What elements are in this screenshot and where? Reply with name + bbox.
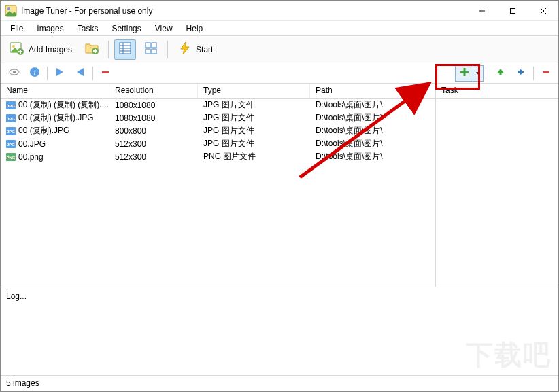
toolbar-separator bbox=[108, 41, 109, 58]
menu-file[interactable]: File bbox=[3, 22, 30, 35]
svg-point-24 bbox=[13, 71, 16, 73]
svg-text:PNG: PNG bbox=[6, 156, 15, 160]
lightning-icon bbox=[178, 41, 192, 57]
status-text: 5 images bbox=[6, 378, 39, 388]
cell-type: JPG 图片文件 bbox=[198, 99, 310, 111]
arrow-right-icon bbox=[516, 67, 526, 79]
content-area: Name Resolution Type Path JPG00 (复制) (复制… bbox=[1, 84, 558, 287]
close-button[interactable] bbox=[528, 1, 558, 20]
column-header-task[interactable]: Task bbox=[436, 84, 558, 99]
cell-type: JPG 图片文件 bbox=[198, 138, 310, 149]
svg-rect-27 bbox=[102, 71, 109, 73]
svg-text:i: i bbox=[33, 68, 35, 76]
cell-name: PNG00.png bbox=[1, 152, 109, 162]
cell-path: D:\tools\桌面\图片\ bbox=[310, 138, 435, 149]
svg-text:JPG: JPG bbox=[7, 130, 15, 134]
add-images-icon bbox=[10, 41, 24, 58]
arrow-up-icon bbox=[496, 67, 505, 79]
plus-icon bbox=[460, 67, 469, 79]
table-row[interactable]: JPG00 (复制) (复制) (复制)....1080x1080JPG 图片文… bbox=[1, 99, 435, 111]
rotate-left-icon bbox=[54, 67, 65, 79]
info-icon: i bbox=[29, 67, 40, 79]
svg-rect-30 bbox=[500, 73, 502, 75]
svg-rect-19 bbox=[146, 43, 150, 48]
menu-help[interactable]: Help bbox=[180, 22, 210, 35]
cell-path: D:\tools\桌面\图片\ bbox=[310, 151, 435, 162]
cell-resolution: 512x300 bbox=[109, 139, 198, 149]
cell-resolution: 1080x1080 bbox=[109, 101, 198, 110]
maximize-button[interactable] bbox=[497, 1, 528, 20]
column-header-path[interactable]: Path bbox=[310, 84, 435, 98]
svg-rect-20 bbox=[152, 43, 156, 48]
rotate-left-button[interactable] bbox=[52, 66, 68, 81]
secondary-toolbar: i bbox=[1, 63, 558, 84]
app-icon bbox=[5, 5, 17, 17]
svg-text:JPG: JPG bbox=[7, 143, 15, 147]
view-details-button[interactable] bbox=[114, 39, 136, 60]
cell-type: JPG 图片文件 bbox=[198, 125, 310, 137]
add-task-main[interactable] bbox=[456, 66, 473, 81]
main-toolbar: Add Images Start bbox=[1, 36, 558, 63]
cell-type: PNG 图片文件 bbox=[198, 151, 310, 162]
cell-name: JPG00 (复制) (复制) (复制).... bbox=[1, 99, 109, 111]
remove-task-button[interactable] bbox=[538, 66, 554, 81]
menu-settings[interactable]: Settings bbox=[105, 22, 148, 35]
folder-add-icon bbox=[84, 41, 99, 58]
list-view-icon bbox=[118, 41, 132, 57]
add-images-button[interactable]: Add Images bbox=[5, 39, 77, 60]
chevron-down-icon bbox=[475, 69, 481, 78]
table-row[interactable]: PNG00.png512x300PNG 图片文件D:\tools\桌面\图片\ bbox=[1, 150, 435, 163]
svg-point-1 bbox=[7, 7, 10, 10]
view-thumbnails-button[interactable] bbox=[140, 39, 162, 60]
log-label: Log... bbox=[6, 291, 27, 301]
minimize-button[interactable] bbox=[467, 1, 497, 20]
log-panel: Log... bbox=[1, 287, 558, 375]
status-bar: 5 images bbox=[1, 375, 558, 390]
menu-bar: File Images Tasks Settings View Help bbox=[1, 21, 558, 36]
start-label: Start bbox=[196, 45, 213, 54]
cell-resolution: 1080x1080 bbox=[109, 113, 198, 123]
task-panel: Task bbox=[436, 84, 558, 287]
add-folder-button[interactable] bbox=[81, 39, 103, 60]
svg-text:JPG: JPG bbox=[7, 104, 15, 108]
add-task-button[interactable] bbox=[455, 65, 484, 82]
cell-resolution: 512x300 bbox=[109, 152, 198, 162]
cell-path: D:\tools\桌面\图片\ bbox=[310, 112, 435, 124]
menu-tasks[interactable]: Tasks bbox=[71, 22, 105, 35]
toolbar-separator bbox=[488, 67, 488, 80]
cell-name: JPG00 (复制) (复制).JPG bbox=[1, 112, 109, 124]
column-header-name[interactable]: Name bbox=[1, 84, 109, 98]
svg-point-7 bbox=[12, 45, 15, 48]
cell-name: JPG00.JPG bbox=[1, 139, 109, 149]
minus-icon bbox=[541, 67, 551, 79]
column-headers: Name Resolution Type Path bbox=[1, 84, 435, 99]
svg-text:JPG: JPG bbox=[7, 117, 15, 121]
svg-rect-29 bbox=[460, 71, 469, 73]
table-row[interactable]: JPG00 (复制) (复制).JPG1080x1080JPG 图片文件D:\t… bbox=[1, 111, 435, 124]
add-task-dropdown[interactable] bbox=[473, 66, 483, 81]
table-row[interactable]: JPG00 (复制).JPG800x800JPG 图片文件D:\tools\桌面… bbox=[1, 124, 435, 137]
column-header-type[interactable]: Type bbox=[198, 84, 310, 98]
toolbar-separator bbox=[47, 67, 48, 80]
svg-rect-21 bbox=[146, 49, 150, 54]
task-down-button[interactable] bbox=[513, 66, 529, 81]
window-controls bbox=[467, 1, 558, 20]
image-list-body[interactable]: JPG00 (复制) (复制) (复制)....1080x1080JPG 图片文… bbox=[1, 99, 435, 287]
toolbar-separator bbox=[533, 67, 534, 80]
cell-type: JPG 图片文件 bbox=[198, 112, 310, 124]
menu-images[interactable]: Images bbox=[30, 22, 70, 35]
menu-view[interactable]: View bbox=[148, 22, 180, 35]
remove-image-button[interactable] bbox=[97, 66, 114, 81]
task-list-body[interactable] bbox=[436, 99, 558, 287]
column-header-resolution[interactable]: Resolution bbox=[109, 84, 198, 98]
rotate-right-button[interactable] bbox=[72, 66, 88, 81]
table-row[interactable]: JPG00.JPG512x300JPG 图片文件D:\tools\桌面\图片\ bbox=[1, 137, 435, 150]
grid-view-icon bbox=[144, 41, 158, 57]
toolbar-separator bbox=[92, 67, 93, 80]
task-up-button[interactable] bbox=[492, 66, 509, 81]
cell-path: D:\tools\桌面\图片\ bbox=[310, 125, 435, 137]
start-button[interactable]: Start bbox=[173, 39, 218, 60]
preview-button[interactable] bbox=[6, 66, 22, 81]
eye-icon bbox=[9, 67, 20, 79]
info-button[interactable]: i bbox=[27, 66, 43, 81]
